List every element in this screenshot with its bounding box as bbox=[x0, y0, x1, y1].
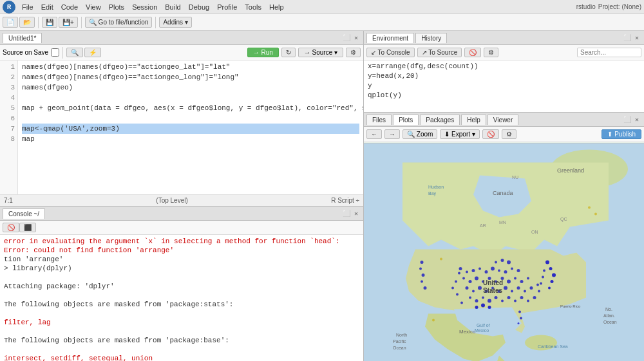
svg-point-19 bbox=[520, 280, 524, 283]
menu-build[interactable]: Build bbox=[161, 2, 184, 12]
svg-point-4 bbox=[485, 270, 488, 273]
plots-options-btn[interactable]: ⚙ bbox=[502, 129, 516, 139]
menu-edit[interactable]: Edit bbox=[37, 2, 57, 12]
svg-point-67 bbox=[458, 272, 460, 275]
files-tab-viewer[interactable]: Viewer bbox=[488, 115, 518, 125]
menu-file[interactable]: File bbox=[18, 2, 37, 12]
zoom-btn[interactable]: 🔍 Zoom bbox=[402, 129, 437, 139]
console-stop-btn[interactable]: ⬛ bbox=[19, 223, 36, 232]
env-line-1: x=arrange(dfg,desc(count)) bbox=[368, 62, 640, 71]
menu-session[interactable]: Session bbox=[128, 2, 161, 12]
code-lines[interactable]: names(dfgeo)[names(dfgeo)=="actiongeo_la… bbox=[18, 60, 363, 194]
menu-code[interactable]: Code bbox=[57, 2, 82, 12]
console-intersect: intersect, setdiff, setequal, union bbox=[4, 354, 359, 361]
editor-tab-untitled[interactable]: Untitled1* bbox=[3, 33, 42, 43]
console-content: error in evaluating the argument `x` in … bbox=[0, 235, 363, 361]
code-line-8: map bbox=[22, 134, 359, 144]
to-source-btn[interactable]: ↗ To Source bbox=[417, 48, 462, 57]
menubar: R File Edit Code View Plots Session Buil… bbox=[0, 0, 644, 14]
svg-point-69 bbox=[451, 287, 454, 290]
svg-point-1 bbox=[466, 271, 468, 273]
files-tab-files[interactable]: Files bbox=[366, 115, 392, 125]
go-to-file-btn[interactable]: 🔍 Go to file/function bbox=[85, 17, 153, 28]
console-masked-base: The following objects are masked from 'p… bbox=[4, 336, 359, 345]
pacific-label2: Pacific bbox=[393, 339, 406, 344]
find-btn[interactable]: 🔍 bbox=[66, 48, 83, 57]
console-clear-btn[interactable]: 🚫 bbox=[3, 223, 19, 232]
addins-btn[interactable]: Addins ▾ bbox=[159, 17, 191, 28]
menu-help[interactable]: Help bbox=[265, 2, 288, 12]
line-numbers: 1 2 3 4 5 6 7 8 bbox=[0, 60, 18, 194]
svg-point-0 bbox=[459, 267, 462, 270]
files-section: Files Plots Packages Help Viewer ⬜ ✕ ← →… bbox=[364, 113, 644, 361]
code-line-3: names(dfgeo) bbox=[22, 82, 359, 93]
files-tab-plots[interactable]: Plots bbox=[393, 115, 419, 125]
files-tab-help[interactable]: Help bbox=[461, 115, 486, 125]
save-all-btn[interactable]: 💾+ bbox=[59, 17, 78, 28]
svg-point-63 bbox=[440, 258, 442, 261]
files-expand-btn[interactable]: ⬜ ✕ bbox=[621, 116, 641, 124]
export-btn[interactable]: ⬇ Export ▾ bbox=[440, 129, 479, 139]
env-tab-environment[interactable]: Environment bbox=[366, 33, 414, 43]
atlantic-label2: Atlan. bbox=[603, 313, 615, 318]
env-expand-btn[interactable]: ⬜ ✕ bbox=[621, 34, 641, 42]
svg-point-46 bbox=[552, 273, 556, 277]
console-tabs: Console ~/ ⬜ ✕ bbox=[0, 207, 363, 221]
svg-point-47 bbox=[551, 280, 554, 283]
svg-point-18 bbox=[514, 277, 516, 280]
svg-point-52 bbox=[421, 281, 423, 283]
svg-point-35 bbox=[482, 297, 484, 299]
console-tab[interactable]: Console ~/ bbox=[3, 208, 45, 219]
project-label: Project: (None) bbox=[598, 3, 641, 10]
plots-forward-btn[interactable]: → bbox=[384, 129, 400, 139]
svg-point-2 bbox=[472, 269, 475, 272]
re-run-btn[interactable]: ↻ bbox=[281, 48, 296, 57]
svg-point-23 bbox=[478, 286, 482, 290]
svg-point-36 bbox=[488, 299, 491, 303]
menu-debug[interactable]: Debug bbox=[185, 2, 213, 12]
open-file-btn[interactable]: 📂 bbox=[19, 17, 35, 28]
svg-point-21 bbox=[466, 286, 469, 290]
global-toolbar: 📄 📂 💾 💾+ 🔍 Go to file/function Addins ▾ bbox=[0, 14, 644, 31]
svg-point-73 bbox=[540, 282, 542, 285]
env-clear-btn[interactable]: 🚫 bbox=[464, 48, 481, 57]
menu-tools[interactable]: Tools bbox=[241, 2, 265, 12]
magic-btn[interactable]: ⚡ bbox=[84, 48, 101, 57]
publish-btn[interactable]: ⬆ Publish bbox=[601, 129, 641, 139]
env-options-btn[interactable]: ⚙ bbox=[484, 48, 498, 57]
menu-profile[interactable]: Profile bbox=[213, 2, 241, 12]
editor-area: Untitled1* ⬜ ✕ Source on Save 🔍 ⚡ → Run … bbox=[0, 31, 363, 207]
plots-back-btn[interactable]: ← bbox=[366, 129, 382, 139]
gulf-label: Gulf of bbox=[477, 323, 490, 328]
console-toolbar: 🚫 ⬛ bbox=[0, 221, 363, 235]
scope-label: (Top Level) bbox=[156, 197, 187, 204]
svg-point-40 bbox=[514, 300, 516, 302]
to-console-btn[interactable]: ↙ To Console bbox=[366, 48, 415, 57]
plots-clear-btn[interactable]: 🚫 bbox=[482, 129, 499, 139]
new-file-btn[interactable]: 📄 bbox=[3, 17, 18, 28]
svg-point-62 bbox=[518, 322, 520, 324]
menu-plots[interactable]: Plots bbox=[105, 2, 128, 12]
svg-point-41 bbox=[520, 296, 524, 299]
save-btn[interactable]: 💾 bbox=[42, 17, 57, 28]
source-btn[interactable]: → Source ▾ bbox=[298, 48, 343, 57]
editor-expand-btn[interactable]: ⬜ ✕ bbox=[340, 34, 361, 42]
svg-point-56 bbox=[475, 306, 478, 309]
source-on-save-checkbox[interactable] bbox=[51, 48, 59, 57]
svg-point-17 bbox=[507, 280, 511, 284]
files-tab-packages[interactable]: Packages bbox=[420, 115, 460, 125]
code-line-2: names(dfgeo)[names(dfgeo)=="actiongeo_lo… bbox=[22, 72, 359, 82]
env-tab-history[interactable]: History bbox=[415, 33, 447, 43]
options-btn[interactable]: ⚙ bbox=[346, 48, 361, 57]
svg-point-10 bbox=[462, 277, 465, 280]
console-line-error: error in evaluating the argument `x` in … bbox=[4, 237, 359, 255]
console-expand-btn[interactable]: ⬜ ✕ bbox=[340, 210, 361, 218]
run-btn[interactable]: → Run bbox=[247, 48, 279, 57]
env-line-4: qplot(y) bbox=[368, 91, 640, 100]
menu-view[interactable]: View bbox=[82, 2, 105, 12]
env-content: x=arrange(dfg,desc(count)) y=head(x,20) … bbox=[364, 60, 644, 112]
svg-point-39 bbox=[507, 296, 511, 299]
svg-point-31 bbox=[530, 286, 533, 290]
env-search-input[interactable] bbox=[577, 48, 641, 57]
svg-point-57 bbox=[501, 259, 504, 262]
